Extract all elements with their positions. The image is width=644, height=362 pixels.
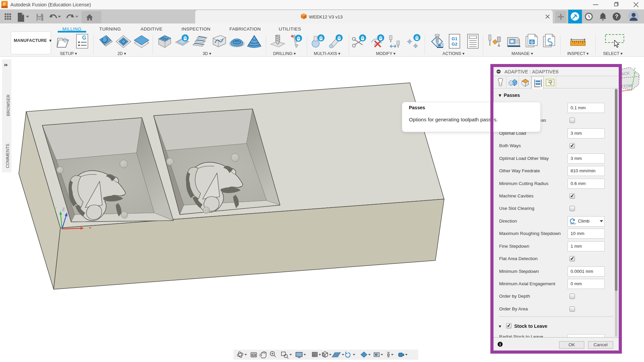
svg-text:F: F	[3, 2, 6, 7]
svg-text:G2: G2	[451, 42, 457, 47]
svg-text:ACK: ACK	[621, 71, 630, 76]
svg-text:Y: Y	[633, 67, 636, 71]
svg-text:G: G	[530, 40, 533, 45]
svg-text:×: ×	[89, 225, 92, 230]
svg-text:G: G	[82, 35, 86, 41]
svg-text:Z: Z	[62, 207, 65, 212]
svg-text:Y: Y	[54, 206, 57, 211]
svg-text:G1: G1	[451, 36, 457, 41]
svg-text:?: ?	[615, 14, 619, 19]
